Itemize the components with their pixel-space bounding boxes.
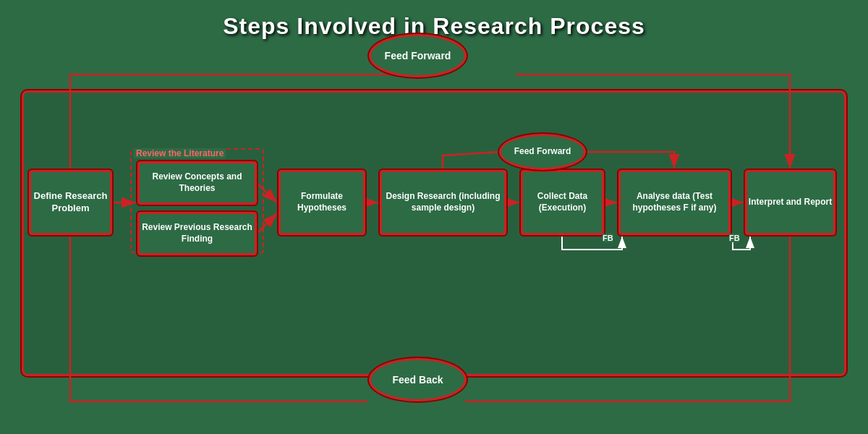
feed-forward-top-oval: Feed Forward — [369, 34, 467, 77]
fb-label-2: FB — [729, 234, 740, 242]
feed-back-oval: Feed Back — [369, 358, 467, 401]
design-box: Design Research (including sample design… — [380, 170, 506, 235]
page-title: Steps Involved in Research Process — [0, 0, 868, 40]
fb-label-1: FB — [603, 234, 613, 242]
review-previous-box: Review Previous Research Finding — [137, 212, 257, 255]
interpret-box: Interpret and Report — [745, 170, 835, 235]
feed-forward-mid-oval: Feed Forward — [499, 134, 586, 170]
analyse-box: Analyse data (Test hypotheses F if any) — [618, 170, 731, 235]
formulate-box: Formulate Hypotheses — [278, 170, 365, 235]
review-concepts-box: Review Concepts and Theories — [137, 161, 257, 205]
collect-box: Collect Data (Execution) — [521, 170, 604, 235]
literature-label: Review the Literature — [134, 148, 226, 158]
define-research-box: Define Research Problem — [29, 170, 112, 235]
